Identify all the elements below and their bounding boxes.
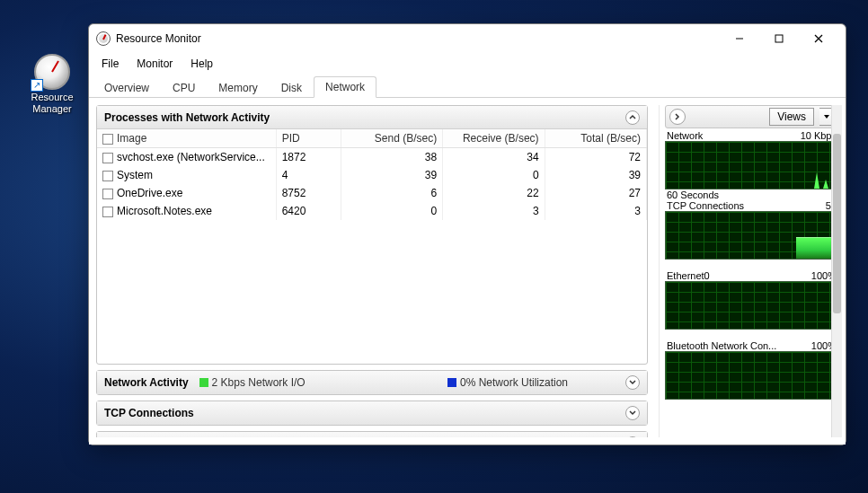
panel-title: Network Activity — [104, 376, 189, 389]
tab-overview[interactable]: Overview — [93, 77, 161, 98]
table-row[interactable]: System439039 — [97, 166, 647, 184]
titlebar[interactable]: Resource Monitor — [89, 24, 846, 53]
minimize-button[interactable] — [720, 25, 759, 52]
chart-canvas — [665, 211, 838, 260]
row-checkbox[interactable] — [102, 171, 113, 181]
expand-button[interactable] — [625, 406, 640, 420]
col-recv[interactable]: Receive (B/sec) — [443, 129, 545, 148]
chart-title: Ethernet0 — [667, 270, 710, 281]
scrollbar-thumb[interactable] — [833, 134, 841, 313]
close-button[interactable] — [799, 25, 838, 52]
panel-processes-with-network-activity: Processes with Network Activity Image PI… — [96, 105, 648, 365]
app-gauge-icon — [96, 31, 111, 46]
chart-network: Network10 Kbps60 Seconds0 — [665, 130, 838, 200]
tab-memory[interactable]: Memory — [207, 77, 269, 98]
network-utilization-stat: 0% Network Utilization — [447, 376, 568, 389]
col-send[interactable]: Send (B/sec) — [341, 129, 442, 148]
tab-network[interactable]: Network — [314, 76, 376, 98]
chart-bluetooth-network-con: Bluetooth Network Con...100%0 — [665, 340, 838, 410]
svg-rect-1 — [775, 35, 783, 42]
menu-monitor[interactable]: Monitor — [129, 56, 180, 72]
swatch-green — [199, 378, 208, 387]
desktop-icon-label: Resource — [31, 92, 73, 102]
shortcut-overlay-icon: ↗ — [31, 79, 43, 92]
resource-monitor-window: Resource Monitor File Monitor Help Overv… — [88, 23, 846, 445]
expand-button[interactable] — [625, 375, 640, 390]
chart-canvas — [665, 141, 838, 189]
svg-marker-4 — [824, 115, 829, 119]
maximize-button[interactable] — [759, 25, 799, 52]
panel-tcp-connections: TCP Connections — [96, 401, 648, 426]
collapse-button[interactable] — [625, 110, 640, 125]
swatch-blue — [447, 378, 456, 387]
collapse-right-pane-button[interactable] — [669, 109, 686, 125]
desktop-icon-label-2: Manager — [32, 103, 71, 114]
window-title: Resource Monitor — [116, 32, 201, 45]
row-checkbox[interactable] — [102, 189, 113, 199]
tab-cpu[interactable]: CPU — [161, 77, 207, 98]
table-row[interactable]: Microsoft.Notes.exe6420033 — [97, 202, 647, 220]
processes-table: Image PID Send (B/sec) Receive (B/sec) T… — [97, 129, 647, 220]
chart-canvas — [665, 351, 838, 400]
chart-tcp-connections: TCP Connections500 — [665, 200, 838, 270]
chart-xaxis-label: 60 Seconds — [667, 189, 719, 200]
table-row[interactable]: svchost.exe (NetworkService...1872383472 — [97, 148, 647, 167]
chart-title: Bluetooth Network Con... — [667, 340, 776, 351]
tab-disk[interactable]: Disk — [270, 77, 314, 98]
panel-title: Processes with Network Activity — [104, 111, 270, 124]
col-pid[interactable]: PID — [276, 129, 341, 148]
right-pane-toolbar: Views — [665, 105, 838, 128]
row-checkbox[interactable] — [102, 153, 113, 163]
panel-network-activity: Network Activity 2 Kbps Network I/O 0% N… — [96, 370, 648, 395]
right-pane-scrollbar[interactable] — [831, 105, 842, 437]
tab-bar: Overview CPU Memory Disk Network — [89, 75, 846, 98]
network-io-stat: 2 Kbps Network I/O — [199, 376, 306, 389]
desktop-shortcut-resource-manager[interactable]: ↗ Resource Manager — [25, 54, 79, 115]
chart-ethernet0: Ethernet0100%0 — [665, 270, 838, 340]
left-pane: Processes with Network Activity Image PI… — [96, 105, 651, 437]
menubar: File Monitor Help — [89, 53, 846, 75]
row-checkbox[interactable] — [102, 207, 113, 217]
panel-title: TCP Connections — [104, 407, 194, 419]
menu-file[interactable]: File — [94, 56, 126, 72]
menu-help[interactable]: Help — [183, 56, 220, 72]
chart-canvas — [665, 281, 838, 330]
col-image[interactable]: Image — [97, 129, 276, 148]
table-row[interactable]: OneDrive.exe875262227 — [97, 184, 647, 202]
chart-title: TCP Connections — [667, 200, 744, 211]
chart-title: Network — [667, 130, 703, 141]
views-button[interactable]: Views — [769, 108, 814, 126]
right-pane: Views Network10 Kbps60 Seconds0TCP Conne… — [659, 105, 838, 437]
expand-button[interactable] — [625, 436, 640, 437]
panel-listening-ports: Listening Ports — [96, 431, 648, 437]
col-total[interactable]: Total (B/sec) — [545, 129, 646, 148]
checkbox-all[interactable] — [102, 134, 113, 145]
